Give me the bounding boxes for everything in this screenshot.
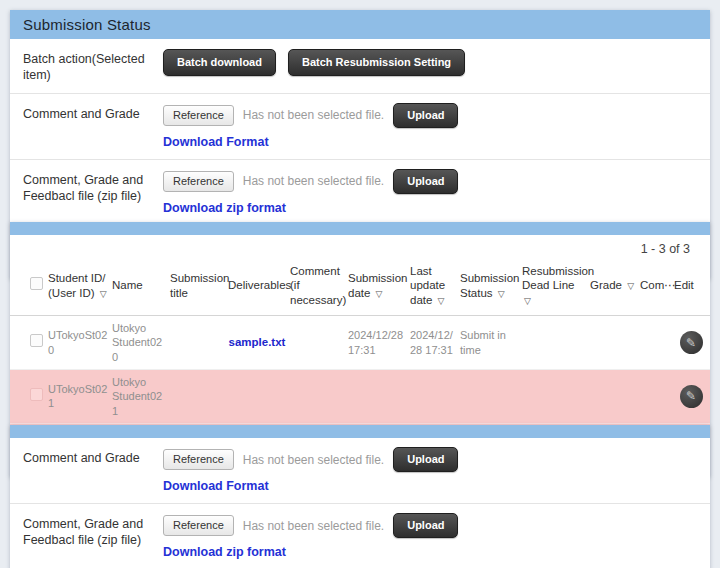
upload-button[interactable]: Upload [393,169,458,194]
row-checkbox[interactable] [30,334,43,347]
no-file-message: Has not been selected file. [243,519,384,533]
reference-button[interactable]: Reference [163,171,234,192]
sort-icon[interactable]: ▽ [438,296,445,306]
panel-accent-bar [10,425,710,438]
bottom-upload-panel: Comment and Grade Reference Has not been… [10,425,710,568]
cell-submission-date: 2024/12/28 17:31 [346,316,408,370]
cell-student-id: UTokyoSt021 [46,370,110,424]
download-zip-format-link[interactable]: Download zip format [163,201,286,215]
cell-com [638,316,672,370]
download-format-link[interactable]: Download Format [163,479,269,493]
cell-submission-date [346,370,408,424]
deliverable-file-link[interactable]: sample.txt [229,336,286,348]
no-file-message: Has not been selected file. [243,174,384,188]
batch-action-label: Batch action(Selected item) [10,47,163,84]
cell-submission-status: Submit in time [458,316,520,370]
upload-button[interactable]: Upload [393,103,458,128]
cell-last-update-date [408,370,458,424]
pagination-status: 1 - 3 of 3 [10,235,710,258]
sort-icon[interactable]: ▽ [498,289,505,299]
comment-grade-row: Comment and Grade Reference Has not been… [10,438,710,503]
edit-button[interactable]: ✎ [680,331,703,354]
no-file-message: Has not been selected file. [243,453,384,467]
cell-deliverables [226,370,288,424]
panel-title: Submission Status [10,10,710,39]
column-header-submission-status[interactable]: Submission Status ▽ [458,258,520,316]
reference-button[interactable]: Reference [163,449,234,470]
sort-icon[interactable]: ▽ [100,289,107,299]
cell-comment [288,316,346,370]
upload-button[interactable]: Upload [393,447,458,472]
cell-grade [588,316,638,370]
column-header-resubmission-deadline[interactable]: Resubmission Dead Line ▽ [520,258,588,316]
cell-resubmission-deadline [520,316,588,370]
pencil-icon: ✎ [686,337,696,349]
sort-icon[interactable]: ▽ [376,289,383,299]
column-header-comment: Comment (if necessary) [288,258,346,316]
cell-student-id: UTokyoSt020 [46,316,110,370]
cell-submission-title [168,316,226,370]
cell-grade [588,370,638,424]
comment-grade-label: Comment and Grade [10,446,163,466]
cell-submission-status [458,370,520,424]
comment-grade-feedback-label: Comment, Grade and Feedbacl file (zip fi… [10,512,163,549]
row-checkbox[interactable] [30,388,43,401]
panel-accent-bar [10,222,710,235]
column-header-name: Name [110,258,168,316]
batch-download-button[interactable]: Batch download [163,49,276,76]
column-header-deliverables: Deliverables [226,258,288,316]
comment-grade-feedback-row: Comment, Grade and Feedbacl file (zip fi… [10,159,710,225]
column-header-edit: Edit [672,258,710,316]
cell-com [638,370,672,424]
table-row: UTokyoSt021 Utokyo Student021 ✎ [10,370,710,424]
sort-icon[interactable]: ▽ [627,281,634,291]
comment-grade-label: Comment and Grade [10,102,163,122]
comment-grade-feedback-label: Comment, Grade and Feedbacl file (zip fi… [10,168,163,205]
column-header-student-id[interactable]: Student ID/(User ID) ▽ [46,258,110,316]
comment-grade-row: Comment and Grade Reference Has not been… [10,93,710,159]
column-header-com: Com⋯ [638,258,672,316]
cell-name: Utokyo Student021 [110,370,168,424]
no-file-message: Has not been selected file. [243,108,384,122]
cell-resubmission-deadline [520,370,588,424]
sort-icon[interactable]: ▽ [524,296,531,306]
column-header-submission-date[interactable]: Submission date ▽ [346,258,408,316]
column-header-grade[interactable]: Grade ▽ [588,258,638,316]
table-row: UTokyoSt020 Utokyo Student020 sample.txt… [10,316,710,370]
upload-button[interactable]: Upload [393,513,458,538]
cell-last-update-date: 2024/12/28 17:31 [408,316,458,370]
cell-comment [288,370,346,424]
table-header-row: Student ID/(User ID) ▽ Name Submission t… [10,258,710,316]
column-header-submission-title: Submission title [168,258,226,316]
pencil-icon: ✎ [686,390,696,402]
batch-action-row: Batch action(Selected item) Batch downlo… [10,39,710,93]
cell-submission-title [168,370,226,424]
download-format-link[interactable]: Download Format [163,135,269,149]
download-zip-format-link[interactable]: Download zip format [163,545,286,559]
column-header-last-update-date[interactable]: Last update date ▽ [408,258,458,316]
comment-grade-feedback-row: Comment, Grade and Feedbacl file (zip fi… [10,503,710,568]
edit-button[interactable]: ✎ [680,385,703,408]
batch-resubmission-setting-button[interactable]: Batch Resubmission Setting [288,49,465,76]
reference-button[interactable]: Reference [163,515,234,536]
cell-name: Utokyo Student020 [110,316,168,370]
reference-button[interactable]: Reference [163,105,234,126]
select-all-checkbox[interactable] [30,277,43,290]
